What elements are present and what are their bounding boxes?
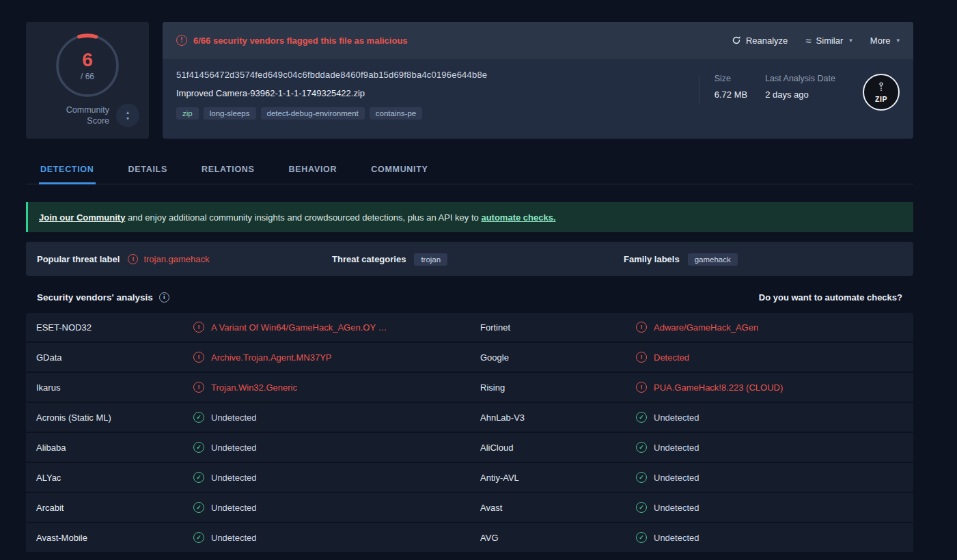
threat-categories-badges: trojan <box>414 254 452 264</box>
community-score-row: Community Score ▴ ▾ <box>26 101 149 127</box>
family-label-badge[interactable]: gamehack <box>688 253 738 266</box>
alert-icon: ! <box>128 254 138 264</box>
threat-label-bar: Popular threat label ! trojan.gamehack T… <box>26 242 913 276</box>
automate-checks-question[interactable]: Do you want to automate checks? <box>759 292 902 303</box>
vendor-row: Alibaba✓UndetectedAliCloud✓Undetected <box>26 433 913 463</box>
vote-down-icon[interactable]: ▾ <box>126 116 129 122</box>
file-tag[interactable]: contains-pe <box>370 107 422 120</box>
vendor-name: Acronis (Static ML) <box>36 412 193 423</box>
check-icon: ✓ <box>193 442 204 453</box>
info-icon[interactable]: i <box>159 292 169 303</box>
vendor-result-text: Archive.Trojan.Agent.MN37YP <box>211 352 332 363</box>
vendor-row: ESET-NOD32!A Variant Of Win64/GameHack_A… <box>26 313 913 343</box>
file-hash[interactable]: 51f41456472d3574fed649c04c6fbddade8460f9… <box>176 70 699 80</box>
file-meta: Size 6.72 MB Last Analysis Date 2 days a… <box>699 70 900 120</box>
warning-text: 6/66 security vendors flagged this file … <box>193 36 408 46</box>
vendor-result: ✓Undetected <box>636 412 913 423</box>
vendor-name: Ikarus <box>36 382 193 393</box>
size-column: Size 6.72 MB <box>715 74 747 100</box>
vendor-result-text: Undetected <box>211 443 257 453</box>
automate-checks-link[interactable]: automate checks. <box>481 212 555 223</box>
vendor-row: Ikarus!Trojan.Win32.GenericRising!PUA.Ga… <box>26 373 913 403</box>
vendor-result: !Detected <box>636 352 913 363</box>
tab-community[interactable]: COMMUNITY <box>370 155 429 184</box>
vendor-result-text: Undetected <box>211 503 257 513</box>
vendor-result: !Adware/GameHack_AGen <box>636 322 913 333</box>
check-icon: ✓ <box>636 472 647 483</box>
vendor-result: !A Variant Of Win64/GameHack_AGen.OY … <box>193 322 480 333</box>
header-body: 51f41456472d3574fed649c04c6fbddade8460f9… <box>163 59 913 120</box>
file-name[interactable]: Improved Camera-93962-1-1-1-1749325422.z… <box>176 88 699 98</box>
size-label: Size <box>715 74 747 83</box>
alert-icon: ! <box>636 382 647 393</box>
similar-button[interactable]: ≈ Similar ▾ <box>805 35 852 46</box>
check-icon: ✓ <box>636 502 647 513</box>
vendor-result-text: Undetected <box>654 443 699 453</box>
family-labels-label: Family labels <box>624 254 680 264</box>
vendor-name: ESET-NOD32 <box>36 322 193 333</box>
vendor-name: ALYac <box>36 473 193 483</box>
check-icon: ✓ <box>193 502 204 513</box>
tab-behavior[interactable]: BEHAVIOR <box>288 155 339 184</box>
alert-icon: ! <box>176 35 187 46</box>
vertical-divider <box>699 75 699 104</box>
vendor-result: ✓Undetected <box>636 442 913 453</box>
file-tag[interactable]: zip <box>176 107 199 120</box>
malicious-warning: ! 6/66 security vendors flagged this fil… <box>176 35 408 46</box>
popular-threat-label: Popular threat label <box>37 254 120 264</box>
vendor-result: !PUA.GameHack!8.223 (CLOUD) <box>636 382 913 393</box>
vote-up-icon[interactable]: ▴ <box>126 110 129 115</box>
vendor-name: Antiy-AVL <box>480 473 636 483</box>
vendor-result: ✓Undetected <box>193 472 480 483</box>
community-vote-widget[interactable]: ▴ ▾ <box>116 104 139 127</box>
top-section: 6 / 66 Community Score ▴ ▾ ! 6/66 securi… <box>26 22 913 139</box>
vendor-result: ✓Undetected <box>636 532 913 543</box>
vendor-result-text: Undetected <box>211 412 257 423</box>
community-banner: Join our Community and enjoy additional … <box>26 202 913 232</box>
join-community-link[interactable]: Join our Community <box>39 212 125 223</box>
vendor-result: !Trojan.Win32.Generic <box>193 382 480 393</box>
more-button[interactable]: More ▾ <box>870 36 900 46</box>
similar-icon: ≈ <box>805 35 811 46</box>
check-icon: ✓ <box>636 532 647 543</box>
score-card: 6 / 66 Community Score ▴ ▾ <box>26 22 149 139</box>
vendors-table: ESET-NOD32!A Variant Of Win64/GameHack_A… <box>26 313 913 553</box>
vendor-result-text: Undetected <box>211 473 257 483</box>
vendor-result: ✓Undetected <box>636 502 913 513</box>
header-strip: ! 6/66 security vendors flagged this fil… <box>163 22 913 59</box>
header-actions: Reanalyze ≈ Similar ▾ More ▾ <box>732 35 900 46</box>
file-tag[interactable]: long-sleeps <box>204 107 256 120</box>
alert-icon: ! <box>636 352 647 363</box>
vendor-name: AliCloud <box>480 443 636 453</box>
alert-icon: ! <box>193 382 204 393</box>
vendor-result-text: Adware/GameHack_AGen <box>654 322 758 333</box>
more-label: More <box>870 36 891 46</box>
file-tag[interactable]: detect-debug-environment <box>261 107 365 120</box>
vendor-row: GData!Archive.Trojan.Agent.MN37YPGoogle!… <box>26 343 913 373</box>
family-labels-group: Family labels gamehack <box>624 254 742 264</box>
similar-label: Similar <box>816 36 844 46</box>
vendor-result-text: Undetected <box>654 533 699 543</box>
vendor-result: !Archive.Trojan.Agent.MN37YP <box>193 352 480 363</box>
vendor-name: Avast <box>480 503 636 513</box>
engines-total: / 66 <box>81 72 94 81</box>
popular-threat-group: Popular threat label ! trojan.gamehack <box>37 254 332 264</box>
vendor-name: Rising <box>480 382 636 393</box>
vendor-result: ✓Undetected <box>193 532 480 543</box>
size-value: 6.72 MB <box>715 89 747 100</box>
reanalyze-button[interactable]: Reanalyze <box>732 36 788 46</box>
alert-icon: ! <box>636 322 647 333</box>
vendor-result-text: Undetected <box>654 503 699 513</box>
vendor-name: AVG <box>480 533 636 543</box>
reanalyze-label: Reanalyze <box>746 36 788 46</box>
threat-categories-label: Threat categories <box>332 254 406 264</box>
vendor-name: Alibaba <box>36 443 193 453</box>
detection-page: 6 / 66 Community Score ▴ ▾ ! 6/66 securi… <box>0 0 957 553</box>
vendor-name: Arcabit <box>36 503 193 513</box>
tab-details[interactable]: DETAILS <box>127 155 169 184</box>
tab-detection[interactable]: DETECTION <box>39 155 96 184</box>
vendor-name: Google <box>480 352 636 363</box>
threat-category-badge[interactable]: trojan <box>414 253 447 266</box>
banner-text: and enjoy additional community insights … <box>125 212 481 223</box>
tab-relations[interactable]: RELATIONS <box>200 155 256 184</box>
